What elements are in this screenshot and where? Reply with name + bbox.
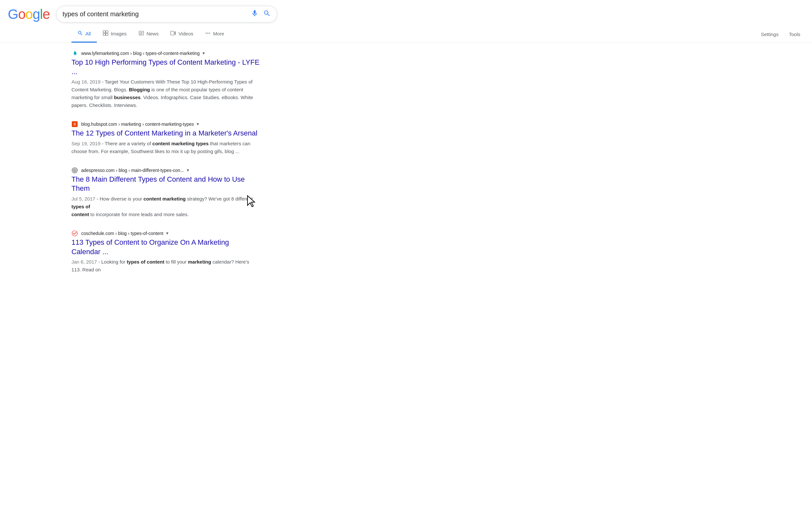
result-url: coschedule.com › blog › types-of-content… [81, 231, 169, 236]
result-url-row: coschedule.com › blog › types-of-content… [72, 230, 260, 237]
result-favicon [72, 167, 78, 174]
result-url: blog.hubspot.com › marketing › content-m… [81, 122, 200, 127]
settings-link[interactable]: Settings [756, 27, 784, 42]
result-url: www.lyfemarketing.com › blog › types-of-… [81, 51, 205, 56]
nav-settings: Settings Tools [756, 27, 812, 42]
search-icons [251, 9, 271, 19]
result-favicon [72, 121, 78, 127]
logo-e: e [43, 6, 50, 22]
tab-news-label: News [146, 31, 159, 36]
result-snippet: Jul 5, 2017 - How diverse is your conten… [72, 195, 260, 218]
result-url-row: blog.hubspot.com › marketing › content-m… [72, 121, 260, 127]
results-area: www.lyfemarketing.com › blog › types-of-… [0, 43, 260, 274]
svg-point-10 [205, 33, 206, 34]
logo-g: G [8, 6, 18, 22]
tab-news[interactable]: News [133, 26, 165, 43]
news-icon [138, 30, 144, 37]
svg-rect-0 [103, 31, 105, 33]
tools-link[interactable]: Tools [784, 27, 806, 42]
result-favicon [72, 50, 78, 56]
header: Google [0, 0, 812, 22]
tab-all-label: All [85, 31, 91, 36]
result-item: adespresso.com › blog › main-different-t… [72, 167, 260, 218]
svg-rect-3 [106, 33, 108, 36]
logo-o1: o [18, 6, 25, 22]
svg-rect-13 [72, 121, 78, 127]
logo-o2: o [25, 6, 32, 22]
result-title[interactable]: Top 10 High Performing Types of Content … [72, 58, 260, 76]
search-submit-icon[interactable] [263, 9, 271, 19]
logo-l: l [40, 6, 43, 22]
more-dots-icon [205, 30, 211, 37]
images-icon [103, 30, 109, 37]
search-bar [56, 6, 277, 22]
google-logo[interactable]: Google [8, 6, 50, 22]
tab-videos-label: Videos [178, 31, 193, 36]
tab-images-label: Images [111, 31, 127, 36]
search-input[interactable] [62, 10, 247, 18]
result-url-row: www.lyfemarketing.com › blog › types-of-… [72, 50, 260, 56]
url-dropdown-arrow[interactable]: ▼ [202, 51, 205, 56]
url-dropdown-arrow[interactable]: ▼ [186, 168, 190, 173]
result-snippet: Jan 6, 2017 - Looking for types of conte… [72, 258, 260, 274]
videos-icon [170, 30, 176, 37]
url-dropdown-arrow[interactable]: ▼ [196, 122, 200, 126]
logo-g2: g [32, 6, 39, 22]
url-dropdown-arrow[interactable]: ▼ [165, 231, 169, 236]
tab-all[interactable]: All [72, 26, 97, 43]
mic-icon[interactable] [251, 9, 258, 19]
search-bar-wrapper [56, 6, 277, 22]
result-item: coschedule.com › blog › types-of-content… [72, 230, 260, 274]
result-title[interactable]: 113 Types of Content to Organize On A Ma… [72, 238, 260, 256]
result-url: adespresso.com › blog › main-different-t… [81, 168, 190, 173]
result-snippet: Sep 19, 2019 - There are a variety of co… [72, 140, 260, 155]
svg-rect-1 [106, 31, 108, 33]
nav-tabs: All Images News [0, 22, 812, 43]
svg-rect-8 [171, 31, 174, 35]
tab-images[interactable]: Images [97, 26, 133, 43]
result-url-row: adespresso.com › blog › main-different-t… [72, 167, 260, 174]
svg-point-12 [209, 33, 210, 34]
svg-point-11 [207, 33, 208, 34]
svg-marker-9 [175, 32, 176, 35]
tab-more-label: More [213, 31, 224, 36]
result-item: www.lyfemarketing.com › blog › types-of-… [72, 50, 260, 109]
result-title[interactable]: The 12 Types of Content Marketing in a M… [72, 129, 260, 138]
result-title[interactable]: The 8 Main Different Types of Content an… [72, 175, 260, 193]
svg-rect-2 [103, 33, 105, 36]
result-item: blog.hubspot.com › marketing › content-m… [72, 121, 260, 155]
result-favicon [72, 230, 78, 237]
result-snippet: Aug 16, 2019 - Target Your Customers Wit… [72, 78, 260, 109]
tab-more[interactable]: More [199, 26, 230, 43]
tab-videos[interactable]: Videos [164, 26, 199, 43]
all-search-icon [77, 30, 83, 37]
svg-point-16 [74, 170, 75, 171]
